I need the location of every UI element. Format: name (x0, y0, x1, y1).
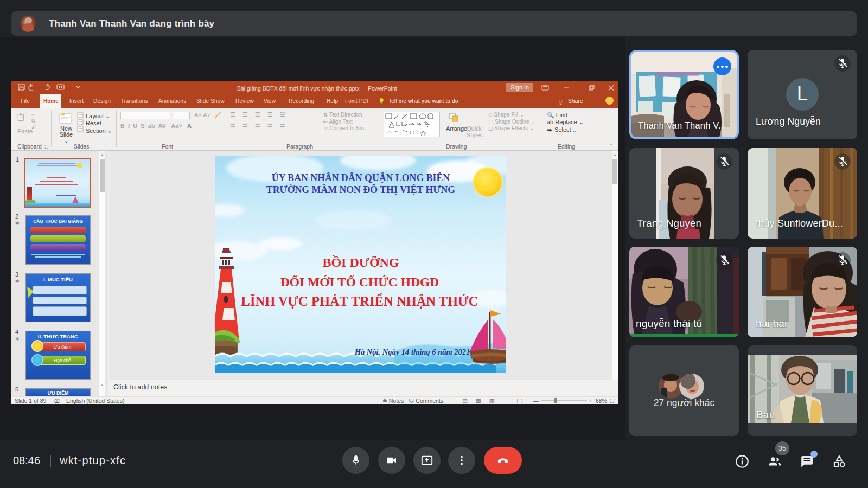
svg-text:Hà Nội, Ngày 14 tháng 6 năm 2: Hà Nội, Ngày 14 tháng 6 năm 2021 (354, 348, 470, 356)
svg-text:LĨNH VỰC PHÁT TRIỂN NHẬN THỨC: LĨNH VỰC PHÁT TRIỂN NHẬN THỨC (241, 293, 478, 309)
svg-text:TRƯỜNG MẦM NON ĐÔ THỊ VIỆT HƯN: TRƯỜNG MẦM NON ĐÔ THỊ VIỆT HƯNG (266, 184, 456, 195)
svg-text:BỒI DƯỠNG: BỒI DƯỠNG (322, 255, 399, 269)
svg-text:ỦY BAN NHÂN DÂN QUẬN LONG BIÊN: ỦY BAN NHÂN DÂN QUẬN LONG BIÊN (272, 172, 450, 183)
svg-text:ĐỔI MỚI TỔ CHỨC HĐGD: ĐỔI MỚI TỔ CHỨC HĐGD (280, 275, 439, 289)
